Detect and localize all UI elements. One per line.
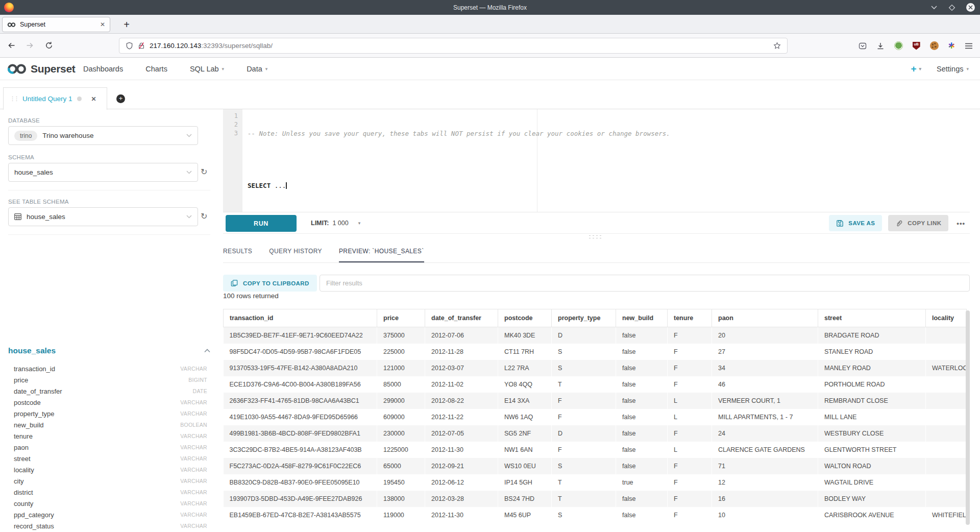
- column-header[interactable]: street: [818, 309, 926, 327]
- table-cell: D: [552, 327, 616, 344]
- reload-icon[interactable]: [45, 41, 53, 50]
- table-row: 1B5C39ED-BE7F-41EF-9E71-9C60EED74A223750…: [224, 327, 967, 344]
- schema-column-row[interactable]: priceBIGINT: [8, 374, 207, 385]
- save-as-button[interactable]: SAVE AS: [829, 215, 882, 231]
- refresh-table-icon[interactable]: ↻: [201, 211, 207, 221]
- limit-dropdown[interactable]: LIMIT: 1 000 ▾: [311, 212, 360, 234]
- table-cell: F: [668, 507, 712, 523]
- schema-column-row[interactable]: postcodeVARCHAR: [8, 397, 207, 408]
- browser-tab[interactable]: Superset ✕: [2, 17, 110, 32]
- editor-code[interactable]: -- Note: Unless you save your query, the…: [248, 112, 970, 207]
- column-type: DATE: [193, 388, 207, 394]
- results-tab[interactable]: RESULTS: [223, 248, 252, 262]
- url-bar[interactable]: 217.160.120.143:32393/superset/sqllab/: [119, 38, 788, 54]
- column-header[interactable]: locality: [926, 309, 967, 327]
- table-name-heading[interactable]: house_sales: [8, 346, 56, 355]
- pocket-icon[interactable]: [859, 42, 867, 50]
- divider: [8, 190, 210, 190]
- query-status-dot: [77, 96, 82, 101]
- results-tab[interactable]: QUERY HISTORY: [269, 248, 322, 262]
- nav-data[interactable]: Data▾: [247, 65, 267, 73]
- editor-toolbar: RUN LIMIT: 1 000 ▾ SAVE AS COPY LINK •••: [223, 212, 970, 234]
- schema-column-row[interactable]: countyVARCHAR: [8, 498, 207, 509]
- tab-close-icon[interactable]: ✕: [100, 21, 105, 28]
- insecure-lock-icon[interactable]: [138, 42, 145, 50]
- limit-label: LIMIT:: [311, 220, 329, 227]
- filter-results-input[interactable]: [320, 275, 970, 292]
- forward-icon[interactable]: [26, 41, 34, 50]
- column-header[interactable]: property_type: [552, 309, 616, 327]
- table-cell: 46: [712, 376, 818, 393]
- superset-brand[interactable]: Superset: [7, 58, 75, 80]
- shield-icon[interactable]: [126, 42, 133, 50]
- limit-value: 1 000: [332, 220, 348, 227]
- column-header[interactable]: paon: [712, 309, 818, 327]
- drag-grip-icon[interactable]: ⋮⋮: [10, 95, 18, 102]
- column-header[interactable]: postcode: [498, 309, 552, 327]
- schema-column-row[interactable]: new_buildBOOLEAN: [8, 419, 207, 430]
- schema-column-row[interactable]: date_of_transferDATE: [8, 385, 207, 397]
- ublock-icon[interactable]: uB: [913, 42, 920, 50]
- chevron-up-icon[interactable]: [204, 349, 210, 353]
- copy-link-button[interactable]: COPY LINK: [888, 215, 948, 231]
- add-new-button[interactable]: +▾: [911, 63, 921, 75]
- table-schema-select[interactable]: house_sales: [8, 207, 198, 226]
- window-close-icon[interactable]: [966, 3, 975, 12]
- nav-sql-lab[interactable]: SQL Lab▾: [190, 65, 224, 73]
- column-header[interactable]: transaction_id: [224, 309, 377, 327]
- schema-column-row[interactable]: streetVARCHAR: [8, 453, 207, 464]
- table-cell: 2012-11-30: [425, 507, 498, 523]
- run-button[interactable]: RUN: [226, 215, 297, 232]
- column-header[interactable]: new_build: [616, 309, 668, 327]
- column-name: tenure: [14, 432, 33, 440]
- extension-asterisk-icon[interactable]: ✱: [948, 42, 955, 50]
- table-cell: T: [552, 491, 616, 507]
- schema-column-row[interactable]: ppd_categoryVARCHAR: [8, 509, 207, 520]
- query-tab[interactable]: ⋮⋮ Untitled Query 1 ✕: [3, 87, 107, 110]
- table-cell: BB8320C9-D82B-4B37-90E0-9FEE05095E10: [224, 474, 377, 491]
- table-row: EB1459EB-67ED-47C8-B2E7-A38143AB55751190…: [224, 507, 967, 523]
- schema-column-row[interactable]: tenureVARCHAR: [8, 430, 207, 442]
- table-cell: SG5 2NF: [498, 425, 552, 442]
- table-scrollbar[interactable]: [966, 310, 970, 525]
- results-tab[interactable]: PREVIEW: `HOUSE_SALES`: [339, 248, 424, 262]
- column-header[interactable]: tenure: [668, 309, 712, 327]
- table-cell: F: [552, 409, 616, 425]
- nav-dashboards[interactable]: Dashboards: [83, 65, 123, 73]
- cookie-extension-icon[interactable]: [930, 41, 939, 50]
- add-query-tab-button[interactable]: +: [116, 94, 125, 103]
- settings-menu[interactable]: Settings▾: [937, 65, 969, 73]
- schema-column-row[interactable]: property_typeVARCHAR: [8, 408, 207, 419]
- schema-select[interactable]: house_sales: [8, 163, 198, 182]
- query-tab-close-icon[interactable]: ✕: [91, 95, 96, 103]
- sql-editor[interactable]: 1 2 3 -- Note: Unless you save your quer…: [223, 109, 970, 212]
- table-cell: BS24 7HD: [498, 491, 552, 507]
- schema-column-row[interactable]: transaction_idVARCHAR: [8, 363, 207, 374]
- privacy-badger-icon[interactable]: [894, 41, 903, 50]
- pane-resize-handle[interactable]: [588, 234, 603, 239]
- nav-charts[interactable]: Charts: [145, 65, 167, 73]
- column-header[interactable]: date_of_transfer: [425, 309, 498, 327]
- column-type: VARCHAR: [180, 500, 207, 506]
- schema-column-row[interactable]: localityVARCHAR: [8, 464, 207, 475]
- database-select[interactable]: trino Trino warehouse: [8, 126, 198, 145]
- schema-column-row[interactable]: cityVARCHAR: [8, 475, 207, 487]
- copy-to-clipboard-button[interactable]: COPY TO CLIPBOARD: [223, 275, 317, 292]
- downloads-icon[interactable]: [876, 42, 885, 50]
- schema-column-row[interactable]: record_statusVARCHAR: [8, 520, 207, 531]
- bookmark-star-icon[interactable]: [773, 42, 781, 50]
- schema-column-row[interactable]: paonVARCHAR: [8, 442, 207, 453]
- window-minimize-icon[interactable]: [930, 5, 938, 10]
- table-icon: [14, 213, 21, 220]
- table-cell: WHITEFIELD: [926, 507, 967, 523]
- table-cell: S: [552, 344, 616, 360]
- column-header[interactable]: price: [377, 309, 425, 327]
- menu-hamburger-icon[interactable]: [965, 42, 973, 50]
- new-tab-button[interactable]: +: [119, 17, 134, 32]
- schema-column-row[interactable]: districtVARCHAR: [8, 487, 207, 498]
- more-options-button[interactable]: •••: [954, 220, 967, 227]
- refresh-schema-icon[interactable]: ↻: [201, 167, 207, 177]
- window-maximize-icon[interactable]: [948, 4, 956, 12]
- back-icon[interactable]: [7, 41, 16, 50]
- table-cell: 20: [712, 327, 818, 344]
